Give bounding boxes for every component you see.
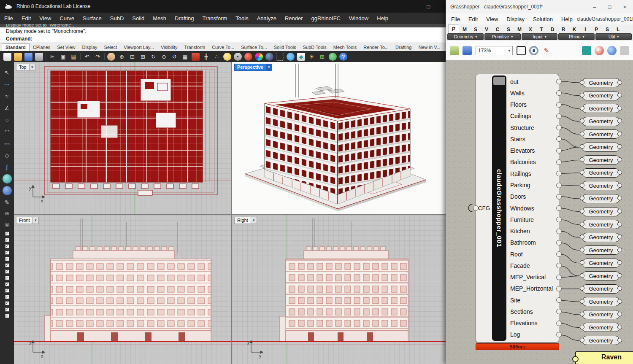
category-tab-s-2[interactable]: S (470, 26, 481, 33)
menu-edit[interactable]: Edit (464, 16, 482, 22)
toolbar-tab-subd-tools[interactable]: SubD Tools (300, 44, 330, 51)
solid-tools-icon[interactable] (3, 186, 12, 195)
output-elevations[interactable]: Elevations (506, 318, 559, 329)
viewport-top-label[interactable]: Top ▾ (16, 64, 35, 71)
toolbar-tab-curve-to[interactable]: Curve To... (208, 44, 238, 51)
select-pointer-icon[interactable]: ↖ (3, 68, 12, 77)
toolbar-tab-cplanes[interactable]: CPlanes (30, 44, 54, 51)
menu-display[interactable]: Display (502, 16, 529, 22)
polyline-tools-icon[interactable]: ∠ (3, 103, 12, 113)
open-folder-icon[interactable] (14, 53, 22, 61)
point-cloud-icon[interactable]: ∴ (213, 53, 221, 61)
output-structure[interactable]: Structure (506, 122, 559, 133)
toolbar-tab-new-in-v[interactable]: New in V... (415, 44, 444, 51)
toolbar-tab-transform[interactable]: Transform (181, 44, 208, 51)
menu-solution[interactable]: Solution (529, 16, 557, 22)
raven-panel[interactable]: Raven (575, 351, 633, 364)
redo-icon[interactable]: ↷ (94, 53, 102, 61)
geometry-param[interactable]: Geometry (582, 78, 620, 87)
geometry-param[interactable]: Geometry (582, 117, 620, 126)
category-tab-t-8[interactable]: T (536, 26, 547, 33)
geometry-param[interactable]: Geometry (582, 91, 620, 100)
panel-group-geometry[interactable]: Geometry▾ (447, 33, 484, 40)
category-tab-m-6[interactable]: M (514, 26, 525, 33)
osnap-checkbox[interactable]: ✓ (5, 238, 9, 242)
osnap-checkbox[interactable]: ✓ (5, 244, 9, 248)
lock-icon[interactable]: • (234, 53, 242, 61)
annotate-tools-icon[interactable]: ✎ (3, 198, 12, 207)
osnap-checkbox[interactable]: ✓ (5, 301, 9, 305)
osnap-checkbox[interactable]: ✓ (5, 263, 9, 267)
output-site[interactable]: Site (506, 294, 559, 306)
preview-wireframe-icon[interactable] (607, 46, 617, 55)
osnap-checkbox[interactable]: ✓ (5, 251, 9, 255)
geometry-param[interactable]: Geometry (582, 181, 620, 190)
output-roof[interactable]: Roof (506, 248, 559, 260)
preview-eye-icon[interactable] (529, 46, 538, 55)
menu-transform[interactable]: Transform (198, 15, 232, 22)
category-tab-k-11[interactable]: K (569, 26, 580, 33)
toolbar-tab-display[interactable]: Display (78, 44, 100, 51)
output-railings[interactable]: Railings (506, 168, 559, 179)
polygon-tools-icon[interactable]: ◇ (3, 151, 12, 160)
viewport-right-label[interactable]: Right ▾ (234, 217, 257, 224)
sketch-pen-icon[interactable]: ✎ (542, 46, 551, 55)
osnap-checkbox[interactable]: ✓ (5, 307, 9, 312)
toolbar-tab-surface-to[interactable]: Surface To... (238, 44, 271, 51)
output-walls[interactable]: Walls (506, 87, 559, 99)
menu-view[interactable]: View (482, 16, 502, 22)
selection-filter-icon[interactable] (276, 53, 284, 61)
category-tab-d-9[interactable]: D (547, 26, 558, 33)
geometry-param[interactable]: Geometry (582, 284, 620, 294)
undo-view-icon[interactable]: ↺ (170, 53, 179, 61)
geometry-param[interactable]: Geometry (582, 233, 620, 242)
open-folder-icon[interactable] (450, 46, 459, 55)
undo-icon[interactable]: ↶ (83, 53, 91, 61)
minimize-icon[interactable]: – (593, 4, 596, 10)
minimize-icon[interactable]: – (408, 3, 411, 10)
rhino-titlebar[interactable]: Rhino 8 Educational Lab License – □ (0, 0, 446, 13)
toolbar-tab-standard[interactable]: Standard (2, 43, 30, 51)
output-ceilings[interactable]: Ceilings (506, 111, 559, 122)
viewport-title[interactable]: Front (16, 217, 33, 224)
osnap-checkbox[interactable]: ✓ (5, 270, 9, 274)
toolbar-tab-solid-tools[interactable]: Solid Tools (271, 44, 300, 51)
menu-file[interactable]: File (0, 15, 17, 22)
cluster-component[interactable]: CFG claudeGrasshopper_001 outWallsFloors… (476, 74, 559, 342)
new-file-icon[interactable] (3, 53, 11, 61)
panel-group-rhino[interactable]: Rhino▾ (558, 33, 595, 40)
output-bathroom[interactable]: Bathroom (506, 237, 559, 248)
category-tab-l-15[interactable]: L (613, 26, 624, 33)
viewport-title[interactable]: Right (234, 217, 251, 224)
world-icon[interactable] (329, 53, 337, 61)
save-icon[interactable] (24, 53, 32, 61)
freeform-tools-icon[interactable]: ∫ (3, 162, 12, 172)
menu-solid[interactable]: Solid (128, 15, 149, 22)
render-icon[interactable] (244, 53, 252, 61)
earth-icon[interactable] (287, 53, 295, 61)
chevron-down-icon[interactable]: ▾ (30, 64, 35, 71)
osnap-checkbox[interactable]: ✓ (5, 314, 9, 318)
category-tab-c-4[interactable]: C (492, 26, 503, 33)
menu-tools[interactable]: Tools (231, 15, 252, 22)
viewport-front[interactable]: Front ▾ (14, 215, 231, 364)
cut-icon[interactable]: ✂ (49, 53, 57, 61)
category-tab-m-1[interactable]: M (459, 26, 470, 33)
maximize-icon[interactable]: □ (608, 4, 611, 10)
output-sections[interactable]: Sections (506, 306, 559, 317)
viewport-front-label[interactable]: Front ▾ (16, 217, 39, 224)
menu-help[interactable]: Help (557, 16, 577, 22)
geometry-param[interactable]: Geometry (582, 207, 620, 216)
geometry-param[interactable]: Geometry (582, 194, 620, 203)
geometry-param[interactable]: Geometry (582, 104, 620, 113)
document-selector[interactable]: claudeGrasshopper_001f (577, 16, 633, 22)
osnap-checkbox[interactable]: ✓ (5, 295, 9, 299)
output-balconies[interactable]: Balconies (506, 156, 559, 168)
menu-help[interactable]: Help (373, 15, 392, 22)
geometry-param[interactable]: Geometry (582, 297, 620, 306)
category-tab-r-10[interactable]: R (558, 26, 569, 33)
vehicle-icon[interactable] (192, 53, 200, 61)
circle-tools-icon[interactable]: ○ (3, 115, 12, 124)
panel-group-primitive[interactable]: Primitive▾ (484, 33, 521, 40)
panel-group-util[interactable]: Util▾ (595, 33, 632, 40)
